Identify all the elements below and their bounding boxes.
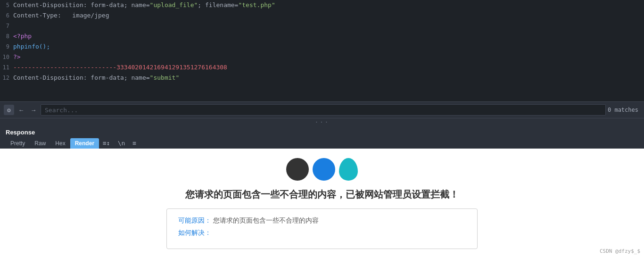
response-header: Response Pretty Raw Hex Render ≡↕ \n ≡ (0, 126, 644, 149)
info-label-solution: 如何解决： (178, 229, 211, 236)
logo-icon-black (286, 158, 309, 181)
info-value-reason: 您请求的页面包含一些不合理的内容 (213, 216, 319, 224)
code-line-7: 7 (0, 21, 644, 31)
logo-icon-blue (313, 158, 335, 181)
response-title: Response (6, 129, 638, 138)
divider-icon: ··· (314, 118, 329, 126)
code-line-6: 6 Content-Type: image/jpeg (0, 10, 644, 21)
watermark: CSDN @dfzy$_$ (600, 248, 640, 254)
response-area: Response Pretty Raw Hex Render ≡↕ \n ≡ 您… (0, 126, 644, 258)
response-tabs: Pretty Raw Hex Render ≡↕ \n ≡ (6, 138, 638, 149)
icon-filter[interactable]: ≡↕ (99, 138, 114, 149)
info-row-solution: 如何解决： (178, 229, 466, 237)
tab-hex[interactable]: Hex (50, 138, 70, 149)
code-line-8: 8 <?php (0, 31, 644, 42)
search-next-button[interactable]: → (28, 105, 39, 115)
icon-wrap[interactable]: ≡ (129, 138, 140, 149)
code-line-11: 11 ----------------------------333402014… (0, 62, 644, 73)
logo-area (286, 158, 358, 181)
bottom-section: ··· Response Pretty Raw Hex Render ≡↕ \n… (0, 118, 644, 250)
code-area: 5 Content-Disposition: form-data; name="… (0, 0, 644, 101)
matches-count: 0 matches (608, 107, 640, 113)
search-prev-button[interactable]: ← (16, 105, 26, 115)
tab-pretty[interactable]: Pretty (6, 138, 30, 149)
tab-raw[interactable]: Raw (30, 138, 50, 149)
logo-icon-teal (339, 158, 358, 181)
code-line-5: 5 Content-Disposition: form-data; name="… (0, 0, 644, 10)
search-input[interactable] (41, 104, 606, 116)
response-content: 您请求的页面包含一些不合理的内容，已被网站管理员设置拦截！ 可能原因： 您请求的… (0, 149, 644, 258)
search-bar: ⚙ ← → 0 matches (0, 101, 644, 118)
block-title: 您请求的页面包含一些不合理的内容，已被网站管理员设置拦截！ (185, 188, 459, 201)
info-row-reason: 可能原因： 您请求的页面包含一些不合理的内容 (178, 216, 466, 225)
tab-render[interactable]: Render (70, 138, 99, 149)
code-line-9: 9 phpinfo(); (0, 42, 644, 52)
code-line-12: 12 Content-Disposition: form-data; name=… (0, 73, 644, 83)
code-line-10: 10 ?> (0, 52, 644, 62)
info-box: 可能原因： 您请求的页面包含一些不合理的内容 如何解决： (166, 208, 478, 249)
icon-newline[interactable]: \n (114, 138, 129, 149)
gear-icon[interactable]: ⚙ (4, 105, 14, 115)
info-label-reason: 可能原因： (178, 216, 211, 224)
divider-handle[interactable]: ··· (0, 118, 644, 126)
